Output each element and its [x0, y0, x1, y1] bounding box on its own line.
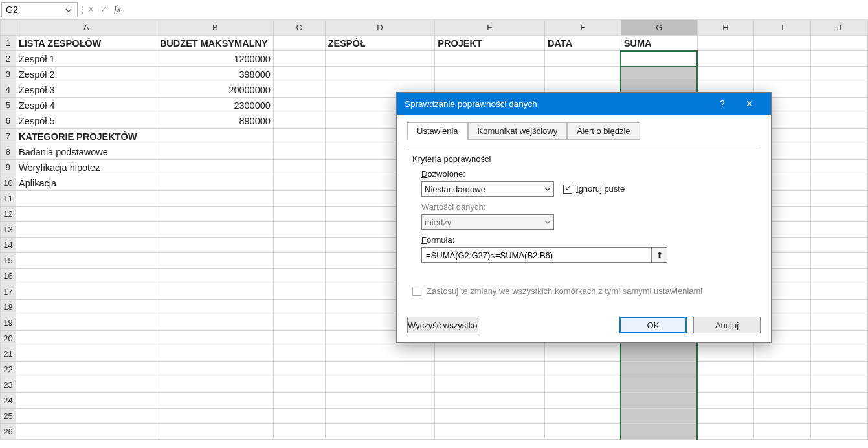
row-header[interactable]: 12	[1, 207, 16, 222]
cell[interactable]	[16, 362, 157, 377]
cell[interactable]: ZESPÓŁ	[325, 36, 435, 51]
col-header-A[interactable]: A	[16, 20, 157, 36]
cell[interactable]	[157, 238, 273, 253]
cell[interactable]: 890000	[157, 113, 273, 129]
cell[interactable]	[697, 362, 754, 377]
cell[interactable]: Zespół 1	[16, 51, 157, 67]
cell[interactable]	[157, 144, 273, 160]
cell[interactable]	[16, 315, 157, 331]
cell[interactable]	[273, 346, 325, 362]
cell[interactable]	[811, 346, 868, 362]
cell[interactable]	[16, 377, 157, 393]
row-header[interactable]: 17	[1, 284, 16, 300]
cell[interactable]	[16, 207, 157, 222]
row-header[interactable]: 1	[1, 36, 16, 51]
cell[interactable]	[811, 315, 868, 331]
cell[interactable]	[545, 51, 621, 67]
cell[interactable]	[621, 377, 697, 393]
row-header[interactable]: 5	[1, 98, 16, 113]
cell[interactable]	[754, 393, 811, 409]
row-header[interactable]: 16	[1, 269, 16, 284]
cell[interactable]	[697, 346, 754, 362]
cell[interactable]	[754, 36, 811, 51]
col-header-F[interactable]: F	[545, 20, 621, 36]
cell[interactable]	[435, 51, 545, 67]
cell[interactable]: Aplikacja	[16, 175, 157, 191]
row-header[interactable]: 9	[1, 160, 16, 175]
cell[interactable]	[435, 362, 545, 377]
cell[interactable]	[325, 393, 435, 409]
row-header[interactable]: 23	[1, 377, 16, 393]
cell[interactable]	[273, 98, 325, 113]
cell[interactable]: DATA	[545, 36, 621, 51]
cell[interactable]	[811, 82, 868, 98]
cell[interactable]	[273, 175, 325, 191]
cell[interactable]	[16, 346, 157, 362]
cell[interactable]	[273, 409, 325, 424]
cell[interactable]: LISTA ZESPOŁÓW	[16, 36, 157, 51]
cell[interactable]	[435, 424, 545, 440]
cell[interactable]	[157, 300, 273, 315]
row-header[interactable]: 22	[1, 362, 16, 377]
cell[interactable]: Zespół 2	[16, 67, 157, 82]
cell[interactable]	[621, 362, 697, 377]
cell[interactable]: BUDŻET MAKSYMALNY	[157, 36, 273, 51]
row-header[interactable]: 25	[1, 409, 16, 424]
cell[interactable]	[697, 409, 754, 424]
cell[interactable]	[811, 144, 868, 160]
cell[interactable]	[621, 346, 697, 362]
row-header[interactable]: 6	[1, 113, 16, 129]
cell[interactable]	[811, 98, 868, 113]
cell[interactable]	[545, 424, 621, 440]
cell[interactable]	[157, 191, 273, 207]
cell[interactable]	[273, 424, 325, 440]
cell[interactable]	[545, 346, 621, 362]
cell[interactable]	[435, 67, 545, 82]
tab-settings[interactable]: Ustawienia	[407, 122, 468, 140]
cell[interactable]	[621, 424, 697, 440]
cell[interactable]	[545, 393, 621, 409]
cell[interactable]	[811, 238, 868, 253]
formula-input[interactable]	[125, 2, 868, 17]
row-header[interactable]: 18	[1, 300, 16, 315]
cell[interactable]	[16, 284, 157, 300]
cell[interactable]	[545, 409, 621, 424]
select-all-corner[interactable]	[1, 20, 16, 36]
name-box[interactable]: G2	[1, 2, 78, 17]
allow-select[interactable]: Niestandardowe	[421, 181, 554, 197]
cell[interactable]	[811, 300, 868, 315]
cell[interactable]	[16, 191, 157, 207]
row-header[interactable]: 26	[1, 424, 16, 440]
tab-error-alert[interactable]: Alert o błędzie	[567, 122, 640, 140]
range-picker-button[interactable]: ⬆	[652, 247, 667, 263]
cell[interactable]	[811, 160, 868, 175]
cell[interactable]	[157, 362, 273, 377]
cell[interactable]	[621, 409, 697, 424]
cell[interactable]	[273, 207, 325, 222]
row-header[interactable]: 14	[1, 238, 16, 253]
cell[interactable]	[621, 393, 697, 409]
cell[interactable]	[811, 409, 868, 424]
chevron-down-icon[interactable]	[65, 5, 74, 14]
cell[interactable]	[545, 377, 621, 393]
cell[interactable]	[811, 424, 868, 440]
cell[interactable]	[273, 269, 325, 284]
tab-input-message[interactable]: Komunikat wejściowy	[468, 122, 568, 140]
cell[interactable]	[811, 222, 868, 238]
cell[interactable]	[273, 51, 325, 67]
cell[interactable]	[157, 160, 273, 175]
cell[interactable]	[325, 424, 435, 440]
cell[interactable]	[697, 377, 754, 393]
col-header-B[interactable]: B	[157, 20, 273, 36]
cell[interactable]	[435, 377, 545, 393]
row-header[interactable]: 7	[1, 129, 16, 144]
cell[interactable]	[811, 67, 868, 82]
cell[interactable]	[157, 377, 273, 393]
cell[interactable]	[273, 67, 325, 82]
close-button[interactable]: ✕	[736, 93, 763, 115]
cancel-button[interactable]: Anuluj	[693, 317, 761, 333]
cell[interactable]	[273, 362, 325, 377]
cell[interactable]	[273, 253, 325, 269]
row-header[interactable]: 2	[1, 51, 16, 67]
cell[interactable]	[273, 160, 325, 175]
